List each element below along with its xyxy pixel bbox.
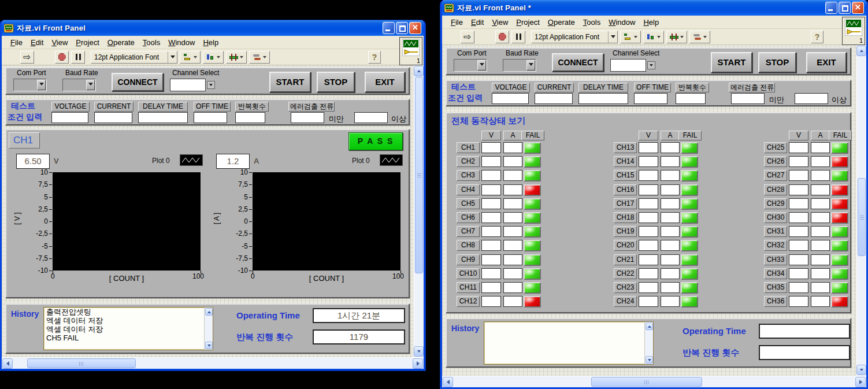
titlebar[interactable]: 자료.vi Front Panel xyxy=(2,20,424,36)
test-field-input-4[interactable] xyxy=(634,93,667,104)
stop-button[interactable]: STOP xyxy=(317,72,355,92)
maximize-button[interactable] xyxy=(396,22,408,34)
scroll-right-icon[interactable] xyxy=(855,377,866,387)
channel-current-input[interactable] xyxy=(811,268,830,279)
connect-button[interactable]: CONNECT xyxy=(112,73,164,91)
close-button[interactable] xyxy=(852,2,864,14)
channel-voltage-input[interactable] xyxy=(639,296,658,307)
error-current-above-input[interactable] xyxy=(354,112,388,123)
scroll-up-icon[interactable] xyxy=(646,323,653,330)
channel-current-input[interactable] xyxy=(503,212,522,223)
plot-legend-waveform-icon[interactable] xyxy=(180,154,203,166)
channel-voltage-input[interactable] xyxy=(481,296,501,307)
channel-current-input[interactable] xyxy=(661,184,680,195)
start-button[interactable]: START xyxy=(711,52,752,73)
scrollbar-thumb[interactable] xyxy=(591,377,702,387)
channel-voltage-input[interactable] xyxy=(481,212,501,223)
menu-window[interactable]: Window xyxy=(164,37,199,48)
scroll-down-icon[interactable] xyxy=(856,365,866,375)
history-list[interactable]: 출력전압셋팅엑셀 데이터 저장엑셀 데이터 저장CH5 FAIL xyxy=(43,307,213,350)
channel-current-input[interactable] xyxy=(811,254,830,265)
channel-current-input[interactable] xyxy=(661,296,680,307)
channel-voltage-input[interactable] xyxy=(639,240,658,251)
channel-current-input[interactable] xyxy=(503,282,522,293)
menu-view[interactable]: View xyxy=(488,17,512,28)
channel-current-input[interactable] xyxy=(811,282,830,293)
scrollbar-thumb[interactable] xyxy=(415,77,423,273)
channel-voltage-input[interactable] xyxy=(639,142,658,153)
history-list[interactable] xyxy=(484,321,654,365)
current-display[interactable]: 1.2 xyxy=(216,154,250,169)
baud-rate-select[interactable] xyxy=(503,59,536,72)
channel-voltage-input[interactable] xyxy=(639,282,658,293)
menu-file[interactable]: File xyxy=(447,17,467,28)
font-selector[interactable]: 12pt Application Font xyxy=(531,31,618,43)
chevron-down-icon[interactable] xyxy=(86,80,95,90)
channel-current-input[interactable] xyxy=(503,240,522,251)
plot-legend-waveform-icon[interactable] xyxy=(380,154,403,166)
close-button[interactable] xyxy=(409,22,421,34)
menu-help[interactable]: Help xyxy=(199,37,222,48)
resize-objects-button[interactable] xyxy=(226,51,247,64)
error-current-above-input[interactable] xyxy=(795,93,828,104)
menu-edit[interactable]: Edit xyxy=(27,37,47,48)
channel-current-input[interactable] xyxy=(503,254,522,265)
channel-current-input[interactable] xyxy=(811,142,830,153)
menu-help[interactable]: Help xyxy=(639,17,663,28)
scroll-down-icon[interactable] xyxy=(646,356,653,364)
menu-project[interactable]: Project xyxy=(72,37,103,48)
channel-voltage-input[interactable] xyxy=(481,240,501,251)
channel-current-input[interactable] xyxy=(811,198,830,209)
menu-window[interactable]: Window xyxy=(604,17,639,28)
channel-current-input[interactable] xyxy=(661,212,680,223)
channel-voltage-input[interactable] xyxy=(789,296,808,307)
run-button[interactable] xyxy=(20,51,34,64)
scroll-left-icon[interactable] xyxy=(2,358,13,369)
channel-select-combo[interactable] xyxy=(610,59,646,72)
test-field-input-1[interactable] xyxy=(51,112,88,123)
abort-button[interactable] xyxy=(55,51,69,64)
menu-project[interactable]: Project xyxy=(512,17,543,28)
stop-button[interactable]: STOP xyxy=(758,52,796,73)
scroll-up-icon[interactable] xyxy=(856,46,866,56)
voltage-display[interactable]: 6.50 xyxy=(16,154,50,169)
channel-voltage-input[interactable] xyxy=(481,226,501,237)
minimize-button[interactable] xyxy=(825,2,837,14)
channel-current-input[interactable] xyxy=(661,268,680,279)
channel-current-input[interactable] xyxy=(503,268,522,279)
channel-voltage-input[interactable] xyxy=(789,156,808,167)
baud-rate-select[interactable] xyxy=(62,79,96,91)
menu-tools[interactable]: Tools xyxy=(139,37,164,48)
channel-voltage-input[interactable] xyxy=(481,156,501,167)
plot-legend-label[interactable]: Plot 0 xyxy=(152,157,170,165)
channel-voltage-input[interactable] xyxy=(639,226,658,237)
history-list-scrollbar[interactable] xyxy=(644,322,653,364)
distribute-objects-button[interactable] xyxy=(203,51,224,64)
channel-current-input[interactable] xyxy=(503,198,522,209)
exit-button[interactable]: EXIT xyxy=(365,72,405,92)
scroll-down-icon[interactable] xyxy=(205,342,213,349)
com-port-select[interactable] xyxy=(13,79,47,91)
font-selector[interactable]: 12pt Application Font xyxy=(91,51,177,64)
test-field-input-5[interactable] xyxy=(235,112,265,123)
channel-voltage-input[interactable] xyxy=(481,254,501,265)
channel-voltage-input[interactable] xyxy=(789,282,808,293)
test-field-input-2[interactable] xyxy=(94,112,132,123)
menu-operate[interactable]: Operate xyxy=(544,17,579,28)
test-field-input-5[interactable] xyxy=(676,93,706,104)
chevron-down-icon[interactable] xyxy=(477,60,486,71)
vi-icon[interactable]: 1 xyxy=(399,37,422,65)
plot-area[interactable] xyxy=(53,172,201,271)
channel-current-input[interactable] xyxy=(811,156,830,167)
channel-voltage-input[interactable] xyxy=(639,254,658,265)
help-button[interactable]: ? xyxy=(811,31,824,43)
channel-select-combo[interactable] xyxy=(170,79,206,91)
history-list-scrollbar[interactable] xyxy=(204,308,213,350)
vi-icon[interactable]: 1 xyxy=(842,17,865,45)
reorder-objects-button[interactable] xyxy=(689,31,710,43)
channel-voltage-input[interactable] xyxy=(789,184,808,195)
channel-current-input[interactable] xyxy=(661,156,680,167)
channel-current-input[interactable] xyxy=(503,226,522,237)
help-button[interactable]: ? xyxy=(368,51,381,64)
test-field-input-3[interactable] xyxy=(578,93,628,104)
